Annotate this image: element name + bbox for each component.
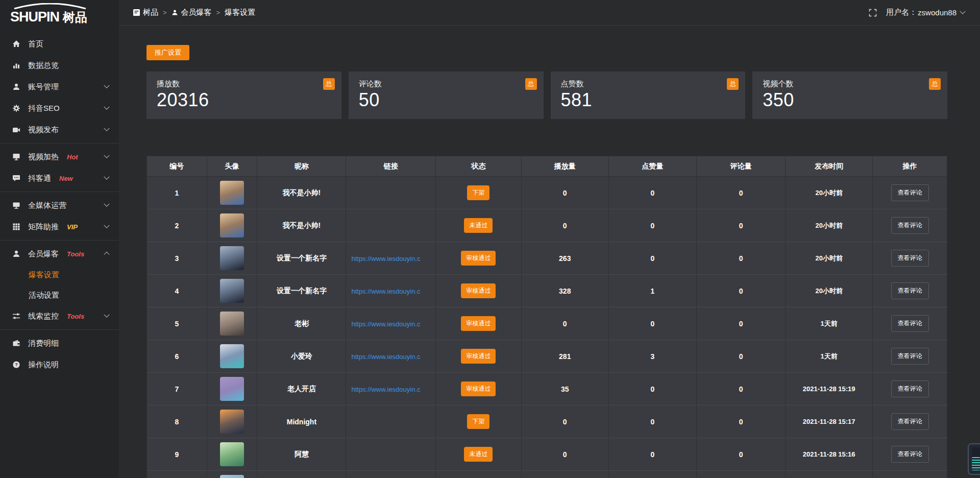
col-plays: 播放量: [521, 156, 608, 177]
view-comments-button[interactable]: 查看评论: [891, 446, 929, 463]
cell-status: 下架: [436, 405, 522, 438]
cell-link: [346, 405, 436, 438]
table-row: 1 我不是小帅! 下架 0 0 0 20小时前 查看评论: [147, 177, 947, 209]
cell-plays: 0: [521, 209, 608, 242]
view-comments-button[interactable]: 查看评论: [891, 413, 929, 430]
sidebar-divider: [0, 329, 119, 330]
cell-plays: 281: [521, 340, 608, 373]
sidebar-item-douketong[interactable]: 抖客通 New: [0, 168, 119, 189]
cell-plays: 0: [521, 177, 608, 209]
cell-plays: 328: [521, 275, 608, 307]
cell-likes: 0: [608, 177, 696, 209]
cell-actions: 查看评论: [873, 275, 947, 307]
sidebar-item-baoke-settings[interactable]: 爆客设置: [0, 265, 119, 285]
breadcrumb-separator: >: [163, 9, 167, 16]
cell-publish-time: 2021-11-28 15:17: [786, 405, 873, 438]
status-badge[interactable]: 审核通过: [461, 381, 496, 396]
sidebar-item-matrix-boost[interactable]: 矩阵助推 VIP: [0, 216, 119, 237]
sidebar-menu: 首页 数据总览 账号管理 抖音SEO 视频发布: [0, 30, 119, 375]
cell-avatar: [207, 275, 257, 307]
status-badge[interactable]: 审核通过: [461, 349, 496, 364]
video-link[interactable]: https://www.iesdouyin.c: [351, 386, 420, 393]
cell-plays: 263: [521, 242, 608, 275]
sidebar-item-activity-settings[interactable]: 活动设置: [0, 285, 119, 305]
video-link[interactable]: https://www.iesdouyin.c: [351, 320, 420, 328]
cell-publish-time: [786, 471, 873, 478]
video-camera-icon: [12, 126, 20, 134]
table-body: 1 我不是小帅! 下架 0 0 0 20小时前 查看评论 2 我不是小帅! 未通…: [147, 177, 947, 478]
sidebar-subitem-label: 活动设置: [29, 291, 59, 300]
cell-link: https://www.iesdouyin.c: [346, 275, 436, 307]
sidebar-item-label: 会员爆客: [28, 249, 59, 259]
view-comments-button[interactable]: 查看评论: [891, 315, 929, 332]
gear-icon: [12, 104, 20, 112]
cell-comments: 0: [697, 405, 786, 438]
cell-id: 1: [147, 177, 207, 209]
sidebar-item-clue-monitoring[interactable]: 线索监控 Tools: [0, 305, 119, 327]
breadcrumb-item-baoke-settings[interactable]: 爆客设置: [225, 8, 255, 17]
status-badge[interactable]: 审核通过: [461, 316, 496, 331]
status-badge[interactable]: 下架: [467, 414, 489, 429]
promotion-settings-button[interactable]: 推广设置: [146, 45, 189, 60]
view-comments-button[interactable]: 查看评论: [891, 380, 929, 397]
breadcrumb-item-shupin[interactable]: 树品: [133, 8, 158, 17]
view-comments-button[interactable]: 查看评论: [891, 348, 929, 365]
sidebar-item-member-baoke[interactable]: 会员爆客 Tools: [0, 243, 119, 265]
status-badge[interactable]: 审核通过: [461, 251, 496, 266]
sidebar-item-video-heating[interactable]: 视频加热 Hot: [0, 146, 119, 168]
video-link[interactable]: https://www.iesdouyin.c: [351, 288, 420, 295]
cell-comments: 0: [697, 307, 786, 340]
sidebar-item-home[interactable]: 首页: [0, 33, 119, 55]
cell-status: 审核通过: [436, 275, 522, 307]
sidebar-item-label: 全媒体运营: [28, 201, 66, 210]
avatar: [220, 279, 244, 303]
grid-icon: [12, 223, 20, 231]
logo-text-cn: 树品: [63, 9, 87, 26]
status-badge[interactable]: 未通过: [464, 447, 493, 462]
view-comments-button[interactable]: 查看评论: [891, 217, 929, 234]
sidebar-item-label: 视频加热: [28, 152, 59, 162]
video-link[interactable]: https://www.iesdouyin.c: [351, 255, 420, 262]
breadcrumb: 树品 > 会员爆客 > 爆客设置: [133, 8, 255, 17]
user-menu[interactable]: 用户名：zswodun88: [886, 8, 965, 17]
view-comments-button[interactable]: 查看评论: [891, 184, 929, 201]
col-likes: 点赞量: [608, 156, 696, 177]
stat-card-comments: 评论数 50 总: [349, 71, 544, 119]
cell-likes: 1: [608, 275, 696, 307]
sidebar-item-all-media-operation[interactable]: 全媒体运营: [0, 195, 119, 216]
sidebar-item-video-publish[interactable]: 视频发布: [0, 119, 119, 140]
view-comments-button[interactable]: 查看评论: [891, 250, 929, 267]
fullscreen-icon[interactable]: [869, 9, 877, 17]
cell-status: 下架: [436, 177, 522, 209]
stat-card-likes: 点赞数 581 总: [551, 71, 746, 119]
chevron-down-icon: [104, 201, 109, 207]
cell-publish-time: 20小时前: [786, 275, 873, 307]
floating-widget[interactable]: [968, 443, 980, 475]
status-badge[interactable]: 未通过: [464, 218, 493, 233]
avatar: [220, 312, 244, 336]
cell-nickname: 设置一个新名字: [257, 242, 346, 275]
sidebar-item-douyin-seo[interactable]: 抖音SEO: [0, 98, 119, 119]
avatar: [220, 344, 244, 368]
status-badge[interactable]: 审核通过: [461, 283, 496, 298]
table-row: 7 老人开店 https://www.iesdouyin.c 审核通过 35 0…: [147, 373, 947, 405]
chevron-down-icon: [104, 174, 109, 180]
chevron-down-icon: [104, 104, 109, 110]
video-link[interactable]: https://www.iesdouyin.c: [351, 353, 420, 361]
breadcrumb-item-member-baoke[interactable]: 会员爆客: [172, 8, 212, 17]
cell-comments: 0: [697, 209, 786, 242]
cell-link: [346, 438, 436, 471]
cell-id: 8: [147, 405, 207, 438]
sidebar-item-account-management[interactable]: 账号管理: [0, 76, 119, 98]
status-badge[interactable]: 下架: [467, 185, 489, 200]
sidebar-item-operation-guide[interactable]: ? 操作说明: [0, 354, 119, 375]
total-badge: 总: [727, 78, 739, 90]
bar-chart-icon: [12, 61, 20, 69]
sidebar-item-consumption-details[interactable]: 消费明细: [0, 332, 119, 354]
app-logo[interactable]: SHUPIN 树品: [0, 0, 119, 30]
cell-avatar: [207, 405, 257, 438]
view-comments-button[interactable]: 查看评论: [891, 282, 929, 299]
main-area: 树品 > 会员爆客 > 爆客设置 用户名：zswodun88: [119, 0, 980, 478]
sidebar-item-data-overview[interactable]: 数据总览: [0, 55, 119, 76]
chevron-down-icon: [104, 312, 109, 318]
